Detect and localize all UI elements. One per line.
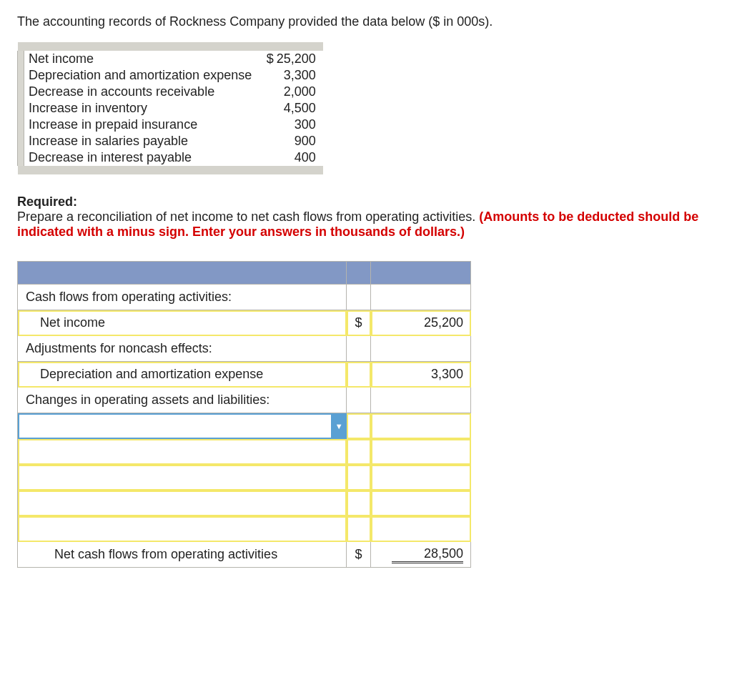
data-label: Increase in salaries payable <box>24 133 259 149</box>
dep-amort-currency[interactable] <box>347 362 371 388</box>
data-label: Depreciation and amortization expense <box>24 67 259 84</box>
dropdown-toggle-1[interactable]: ▼ <box>332 413 347 439</box>
value-cell-1[interactable] <box>371 413 471 439</box>
row-net-cash: Net cash flows from operating activities <box>19 547 345 562</box>
currency-cell-2[interactable] <box>347 439 371 465</box>
value-cell-2[interactable] <box>371 439 471 465</box>
net-cash-currency: $ <box>347 542 371 568</box>
data-value: 300 <box>275 117 323 133</box>
data-currency <box>259 100 275 117</box>
required-label: Required: <box>17 194 77 209</box>
data-value: 900 <box>275 133 323 149</box>
data-label: Increase in prepaid insurance <box>24 117 259 133</box>
value-cell-5[interactable] <box>371 516 471 542</box>
data-label: Increase in inventory <box>24 100 259 117</box>
data-currency <box>259 67 275 84</box>
data-table: Net income $ 25,200 Depreciation and amo… <box>17 42 323 174</box>
required-block: Required: Prepare a reconciliation of ne… <box>17 194 715 240</box>
data-label: Decrease in interest payable <box>24 149 259 166</box>
data-currency <box>259 117 275 133</box>
data-currency <box>259 149 275 166</box>
data-value: 4,500 <box>275 100 323 117</box>
chevron-down-icon: ▼ <box>332 413 347 438</box>
select-cell-5[interactable] <box>18 516 347 542</box>
data-value: 3,300 <box>275 67 323 84</box>
row-cash-flows: Cash flows from operating activities: <box>19 290 345 305</box>
select-cell-1[interactable] <box>18 413 332 439</box>
row-adjustments: Adjustments for noncash effects: <box>19 341 345 356</box>
currency-cell-1[interactable] <box>347 413 371 439</box>
currency-cell-5[interactable] <box>347 516 371 542</box>
intro-text: The accounting records of Rockness Compa… <box>17 14 715 29</box>
net-cash-value: 28,500 <box>371 542 471 568</box>
data-currency <box>259 133 275 149</box>
data-value: 25,200 <box>275 51 323 67</box>
row-dep-amort[interactable]: Depreciation and amortization expense <box>19 367 345 382</box>
data-currency: $ <box>259 51 275 67</box>
required-text: Prepare a reconciliation of net income t… <box>17 209 479 224</box>
net-income-value[interactable]: 25,200 <box>371 310 471 336</box>
data-label: Net income <box>24 51 259 67</box>
select-cell-2[interactable] <box>18 439 347 465</box>
data-value: 400 <box>275 149 323 166</box>
select-cell-3[interactable] <box>18 465 347 491</box>
data-currency <box>259 84 275 100</box>
data-label: Decrease in accounts receivable <box>24 84 259 100</box>
row-changes: Changes in operating assets and liabilit… <box>19 393 345 408</box>
dep-amort-value[interactable]: 3,300 <box>371 362 471 388</box>
value-cell-3[interactable] <box>371 465 471 491</box>
select-cell-4[interactable] <box>18 491 347 516</box>
currency-cell-3[interactable] <box>347 465 371 491</box>
value-cell-4[interactable] <box>371 491 471 516</box>
net-income-currency[interactable]: $ <box>347 310 371 336</box>
row-net-income[interactable]: Net income <box>19 315 345 330</box>
data-value: 2,000 <box>275 84 323 100</box>
currency-cell-4[interactable] <box>347 491 371 516</box>
answer-table: Cash flows from operating activities: Ne… <box>17 261 471 568</box>
